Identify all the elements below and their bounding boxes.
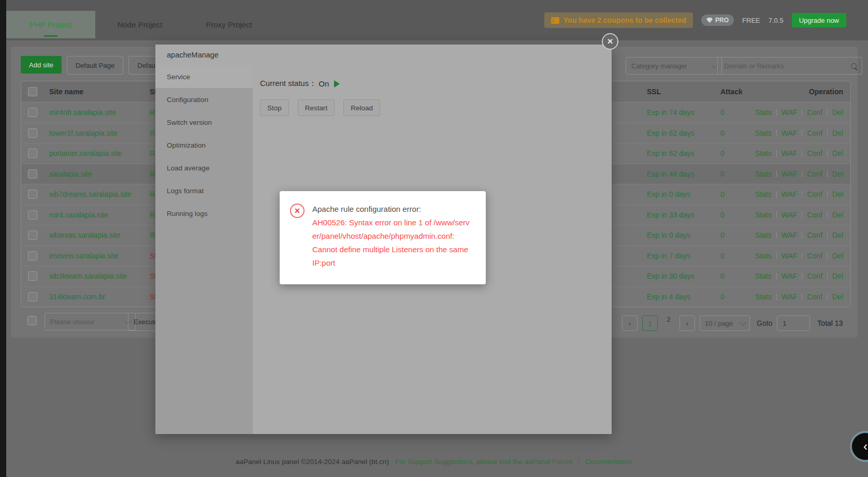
- ssl-expiry[interactable]: Exp in 30 days: [647, 272, 695, 280]
- modal-menu-switch-version[interactable]: Switch version: [155, 111, 253, 134]
- page-button-2[interactable]: 2: [662, 315, 675, 331]
- conf-link[interactable]: Conf: [807, 129, 822, 137]
- bulk-action-select[interactable]: Please choose: [45, 313, 136, 330]
- search-icon[interactable]: [851, 63, 857, 69]
- waf-link[interactable]: WAF: [782, 272, 798, 280]
- floating-back-button[interactable]: ‹: [851, 432, 868, 461]
- select-all-checkbox[interactable]: [28, 87, 37, 96]
- modal-menu-load-average[interactable]: Load average: [155, 156, 253, 179]
- row-checkbox[interactable]: [28, 230, 37, 240]
- waf-link[interactable]: WAF: [782, 170, 798, 178]
- header-site-name[interactable]: Site name: [49, 88, 83, 96]
- conf-link[interactable]: Conf: [807, 170, 822, 178]
- row-checkbox[interactable]: [28, 251, 37, 261]
- support-forum-link[interactable]: For Support Suggestions, please visit th…: [395, 458, 572, 466]
- modal-menu-configuration[interactable]: Configuration: [155, 88, 253, 111]
- conf-link[interactable]: Conf: [807, 252, 822, 260]
- row-checkbox[interactable]: [28, 292, 37, 301]
- stats-link[interactable]: Stats: [755, 149, 772, 157]
- waf-link[interactable]: WAF: [782, 293, 798, 301]
- del-link[interactable]: Del: [832, 272, 843, 280]
- stats-link[interactable]: Stats: [755, 129, 772, 137]
- site-link[interactable]: wb3kteam.saralapia.site: [49, 272, 127, 280]
- upgrade-now-button[interactable]: Upgrade now: [792, 13, 846, 27]
- del-link[interactable]: Del: [832, 190, 843, 198]
- conf-link[interactable]: Conf: [807, 293, 822, 301]
- default-page-button[interactable]: Default Page: [67, 56, 123, 75]
- del-link[interactable]: Del: [832, 231, 843, 239]
- waf-link[interactable]: WAF: [782, 252, 798, 260]
- pro-badge[interactable]: PRO: [701, 15, 734, 26]
- waf-link[interactable]: WAF: [782, 129, 798, 137]
- ssl-expiry[interactable]: Exp in 48 days: [647, 170, 695, 178]
- conf-link[interactable]: Conf: [807, 211, 822, 219]
- goto-page-input[interactable]: [777, 315, 810, 331]
- site-link[interactable]: wb7dreams.saralapia.site: [49, 190, 132, 198]
- row-checkbox[interactable]: [28, 210, 37, 220]
- prev-page-button[interactable]: ‹: [622, 315, 638, 331]
- conf-link[interactable]: Conf: [807, 108, 822, 117]
- site-link[interactable]: portainer.saralapia.site: [49, 149, 122, 157]
- site-link[interactable]: mir4.saralapia.site: [49, 211, 108, 219]
- waf-link[interactable]: WAF: [782, 231, 798, 239]
- page-button-1[interactable]: 1: [642, 315, 658, 331]
- stats-link[interactable]: Stats: [755, 293, 772, 301]
- site-link[interactable]: 314kteam.com.br: [49, 293, 105, 301]
- waf-link[interactable]: WAF: [782, 149, 798, 157]
- ssl-expiry[interactable]: Exp in 0 days: [647, 231, 690, 239]
- del-link[interactable]: Del: [832, 108, 843, 117]
- search-input[interactable]: [723, 62, 851, 70]
- row-checkbox[interactable]: [28, 169, 37, 179]
- tab-node-project[interactable]: Node Project: [95, 11, 184, 38]
- waf-link[interactable]: WAF: [782, 108, 798, 117]
- next-page-button[interactable]: ›: [679, 315, 695, 331]
- del-link[interactable]: Del: [832, 149, 843, 157]
- stats-link[interactable]: Stats: [755, 272, 772, 280]
- row-checkbox[interactable]: [28, 128, 37, 138]
- site-link[interactable]: mir4nft.saralapia.site: [49, 108, 116, 117]
- category-manager-select[interactable]: Category manager: [626, 57, 722, 75]
- stats-link[interactable]: Stats: [755, 252, 772, 260]
- modal-menu-optimization[interactable]: Optimization: [155, 134, 253, 156]
- ssl-expiry[interactable]: Exp in 7 days: [647, 252, 690, 260]
- conf-link[interactable]: Conf: [807, 272, 822, 280]
- waf-link[interactable]: WAF: [782, 211, 798, 219]
- del-link[interactable]: Del: [832, 252, 843, 260]
- stats-link[interactable]: Stats: [755, 108, 772, 117]
- page-size-select[interactable]: 10 / page: [700, 315, 750, 331]
- ssl-expiry[interactable]: Exp in 33 days: [647, 211, 695, 219]
- row-checkbox[interactable]: [28, 190, 37, 199]
- stats-link[interactable]: Stats: [755, 231, 772, 239]
- site-link[interactable]: tower1f.saralapia.site: [49, 129, 118, 137]
- site-link[interactable]: imoveis.saralapia.site: [49, 252, 119, 260]
- documentation-link[interactable]: Documentation: [585, 458, 632, 466]
- del-link[interactable]: Del: [832, 211, 843, 219]
- ssl-expiry[interactable]: Exp in 0 days: [647, 190, 690, 198]
- bulk-select-checkbox[interactable]: [27, 316, 37, 325]
- tab-proxy-project[interactable]: Proxy Project: [184, 11, 273, 38]
- tab-php-project[interactable]: PHP Project: [6, 11, 95, 38]
- del-link[interactable]: Del: [832, 170, 843, 178]
- conf-link[interactable]: Conf: [807, 190, 822, 198]
- add-site-button[interactable]: Add site: [21, 56, 62, 74]
- ssl-expiry[interactable]: Exp in 74 days: [647, 108, 695, 117]
- site-link[interactable]: wbtexas.saralapia.site: [49, 231, 121, 239]
- modal-menu-logs-format[interactable]: Logs format: [155, 179, 253, 202]
- site-link[interactable]: saralapia.site: [49, 170, 92, 178]
- reload-button[interactable]: Reload: [343, 99, 380, 116]
- stop-button[interactable]: Stop: [260, 99, 289, 116]
- ssl-expiry[interactable]: Exp in 4 days: [647, 293, 690, 301]
- stats-link[interactable]: Stats: [755, 211, 772, 219]
- row-checkbox[interactable]: [28, 149, 37, 158]
- coupon-banner[interactable]: You have 2 coupons to be collected: [544, 12, 693, 28]
- row-checkbox[interactable]: [28, 271, 37, 281]
- stats-link[interactable]: Stats: [755, 170, 772, 178]
- modal-menu-running-logs[interactable]: Running logs: [155, 202, 253, 225]
- modal-close-button[interactable]: ×: [602, 33, 618, 50]
- ssl-expiry[interactable]: Exp in 62 days: [647, 149, 695, 157]
- row-checkbox[interactable]: [28, 108, 37, 117]
- waf-link[interactable]: WAF: [782, 190, 798, 198]
- del-link[interactable]: Del: [832, 293, 843, 301]
- conf-link[interactable]: Conf: [807, 149, 822, 157]
- modal-menu-service[interactable]: Service: [155, 65, 253, 88]
